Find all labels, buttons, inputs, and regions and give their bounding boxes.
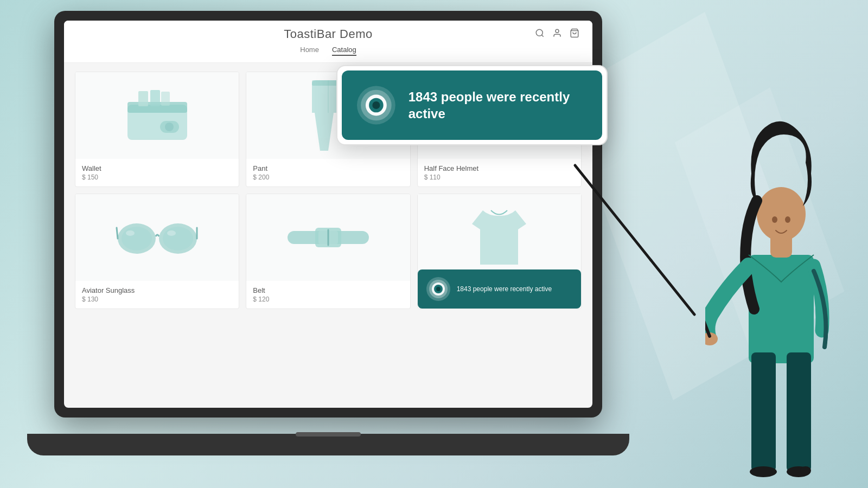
svg-point-32 xyxy=(436,287,441,291)
svg-rect-41 xyxy=(751,352,776,472)
svg-rect-5 xyxy=(138,91,148,106)
wallet-icon xyxy=(122,88,193,143)
product-price-belt: $ 120 xyxy=(253,296,403,303)
header-top: ToastiBar Demo xyxy=(77,27,579,41)
product-name-pant: Pant xyxy=(253,164,403,172)
svg-point-23 xyxy=(167,230,176,236)
person-illustration xyxy=(705,119,857,488)
product-info-sunglasses: Aviator Sunglass $ 130 xyxy=(75,281,239,309)
toast-eye-icon-small xyxy=(426,277,450,301)
svg-point-9 xyxy=(165,123,174,131)
product-info-wallet: Wallet $ 150 xyxy=(75,159,239,187)
sunglasses-icon xyxy=(114,216,201,259)
svg-point-0 xyxy=(536,29,542,36)
svg-point-22 xyxy=(126,230,135,236)
cart-icon[interactable] xyxy=(570,28,579,41)
product-card-wallet[interactable]: Wallet $ 150 xyxy=(75,72,239,187)
toast-small-text: 1843 people were recently active xyxy=(457,285,552,294)
product-image-belt xyxy=(246,194,410,281)
product-price-helmet: $ 110 xyxy=(424,174,575,181)
user-icon[interactable] xyxy=(552,28,562,41)
product-info-helmet: Half Face Helmet $ 110 xyxy=(418,159,581,187)
product-card-shirt[interactable]: T-Shirt 1843 people were recently active xyxy=(417,194,582,309)
product-image-shirt xyxy=(418,194,581,281)
laptop-notch xyxy=(296,432,361,436)
shirt-icon xyxy=(467,205,532,270)
product-image-wallet xyxy=(75,72,239,159)
product-name-belt: Belt xyxy=(253,286,403,294)
svg-point-45 xyxy=(800,466,811,475)
toast-small: 1843 people were recently active xyxy=(418,269,581,309)
store-header: ToastiBar Demo xyxy=(64,21,592,63)
svg-rect-6 xyxy=(150,90,160,106)
svg-point-48 xyxy=(772,216,777,223)
toast-large: 1843 people were recently active xyxy=(336,65,608,145)
svg-point-19 xyxy=(163,227,193,251)
laptop-base xyxy=(27,434,629,455)
svg-point-17 xyxy=(122,227,152,251)
header-icons xyxy=(535,28,579,41)
product-price-sunglasses: $ 130 xyxy=(82,296,232,303)
product-info-belt: Belt $ 120 xyxy=(246,281,410,309)
store-title: ToastiBar Demo xyxy=(284,27,373,41)
svg-rect-7 xyxy=(161,92,170,106)
svg-point-1 xyxy=(556,29,559,33)
product-name-wallet: Wallet xyxy=(82,164,232,172)
svg-point-43 xyxy=(750,466,777,477)
search-icon[interactable] xyxy=(535,28,545,41)
nav-home[interactable]: Home xyxy=(300,44,319,56)
store-nav: Home Catalog xyxy=(300,44,356,56)
svg-point-49 xyxy=(785,216,790,223)
product-name-sunglasses: Aviator Sunglass xyxy=(82,286,232,294)
product-price-pant: $ 200 xyxy=(253,174,403,181)
product-name-helmet: Half Face Helmet xyxy=(424,164,575,172)
nav-catalog[interactable]: Catalog xyxy=(332,44,356,56)
toast-large-text: 1843 people were recently active xyxy=(409,88,587,122)
svg-rect-42 xyxy=(787,352,811,472)
svg-line-39 xyxy=(651,260,694,314)
product-card-sunglasses[interactable]: Aviator Sunglass $ 130 xyxy=(75,194,239,309)
svg-line-20 xyxy=(117,228,118,239)
product-info-pant: Pant $ 200 xyxy=(246,159,410,187)
toast-large-inner: 1843 people were recently active xyxy=(342,70,602,140)
toast-eye-icon-large xyxy=(357,84,395,127)
product-card-belt[interactable]: Belt $ 120 xyxy=(246,194,410,309)
svg-point-37 xyxy=(372,101,380,109)
product-image-sunglasses xyxy=(75,194,239,281)
belt-icon xyxy=(285,216,372,259)
product-price-wallet: $ 150 xyxy=(82,174,232,181)
